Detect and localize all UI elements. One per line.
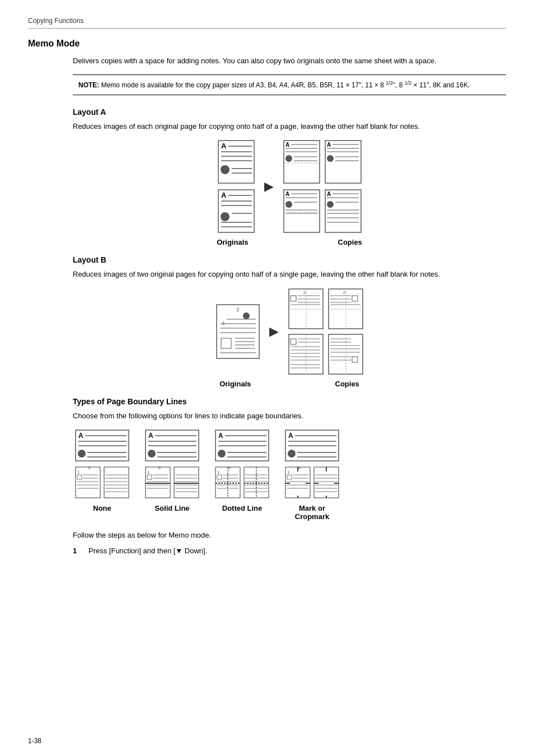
svg-point-191 [288, 450, 296, 458]
layout-b-title: Layout B [73, 255, 506, 264]
svg-point-14 [221, 212, 229, 221]
svg-text:1: 1 [77, 470, 80, 475]
layout-b-description: Reduces images of two original pages for… [73, 269, 506, 280]
svg-rect-207 [314, 467, 339, 498]
svg-rect-87 [291, 339, 296, 344]
svg-text:A: A [285, 191, 289, 197]
layout-a-labels: Originals Copies [217, 238, 362, 246]
svg-text:1: 1 [287, 470, 290, 475]
svg-point-56 [243, 312, 250, 319]
layout-a-copy2b: A [324, 189, 362, 234]
svg-text:2: 2 [343, 290, 345, 295]
svg-text:8: 8 [228, 466, 231, 470]
note-label: NOTE: [78, 81, 99, 89]
layout-b-labels: Originals Copies [219, 380, 359, 388]
svg-rect-70 [291, 296, 296, 301]
svg-text:1: 1 [222, 320, 225, 326]
note-box: NOTE: Memo mode is available for the cop… [73, 74, 506, 95]
svg-point-48 [327, 201, 334, 208]
svg-point-6 [221, 165, 229, 174]
boundary-none-diagram: A 1 8 [73, 429, 132, 502]
svg-text:8: 8 [298, 466, 301, 470]
layout-b-copy1: 2 [288, 288, 324, 330]
layout-a-title: Layout A [73, 108, 506, 116]
boundary-mark-label: Mark or Cropmark [295, 504, 329, 521]
svg-text:1: 1 [217, 470, 220, 475]
svg-text:A: A [218, 432, 223, 440]
svg-rect-150 [174, 467, 199, 498]
boundary-mark-diagram: A 1 8 [283, 429, 341, 502]
boundary-dotted: A 1 8 [213, 429, 271, 521]
svg-text:A: A [327, 191, 331, 197]
svg-rect-125 [104, 467, 129, 498]
svg-point-32 [327, 155, 334, 162]
boundary-mark: A 1 8 [283, 429, 341, 521]
section-title: Memo Mode [28, 39, 506, 49]
svg-point-163 [218, 450, 226, 458]
svg-text:A: A [148, 432, 153, 440]
svg-rect-197 [287, 475, 292, 479]
note-text: Memo mode is available for the copy pape… [101, 81, 470, 89]
step-1-number: 1 [73, 547, 82, 555]
svg-rect-99 [352, 357, 358, 362]
boundary-none-label: None [93, 504, 111, 512]
memo-mode-description: Delivers copies with a space for adding … [73, 55, 506, 67]
layout-a-arrow: ▶ [264, 179, 274, 194]
boundary-title: Types of Page Boundary Lines [73, 397, 506, 406]
layout-b-copies-label: Copies [335, 380, 359, 388]
follow-steps-text: Follow the steps as below for Memo mode. [73, 530, 506, 541]
breadcrumb: Copying Functions [28, 17, 506, 29]
layout-b-originals-label: Originals [219, 380, 251, 388]
boundary-solid-label: Solid Line [154, 504, 189, 512]
boundary-dotted-diagram: A 1 8 [213, 429, 271, 502]
layout-b-copy2: 2 [327, 288, 364, 330]
layout-b-arrow: ▶ [269, 324, 279, 339]
svg-text:A: A [78, 432, 83, 440]
svg-text:1: 1 [147, 470, 150, 475]
boundary-description: Choose from the following options for li… [73, 410, 506, 422]
layout-b-copy3 [288, 333, 324, 375]
boundary-none: A 1 8 [73, 429, 132, 521]
svg-rect-169 [217, 475, 222, 479]
layout-b-copy4 [327, 333, 364, 375]
svg-text:8: 8 [88, 466, 91, 470]
svg-rect-54 [217, 305, 259, 358]
page-number: 1-38 [28, 737, 41, 745]
layout-a-copy1b: A [324, 139, 362, 184]
svg-text:2: 2 [236, 307, 239, 312]
svg-text:A: A [327, 142, 331, 148]
svg-text:A: A [221, 142, 227, 150]
svg-rect-119 [77, 475, 82, 479]
svg-rect-143 [147, 475, 152, 479]
svg-text:A: A [285, 142, 289, 148]
boundary-dotted-label: Dotted Line [222, 504, 263, 512]
layout-b-originals: 2 1 [216, 304, 260, 360]
step-1: 1 Press [Function] and then [▼ Down]. [73, 547, 506, 555]
svg-rect-79 [352, 296, 358, 301]
boundary-types-container: A 1 8 [73, 429, 506, 521]
svg-point-113 [78, 450, 86, 458]
layout-a-copy1: A [283, 139, 321, 184]
svg-point-23 [285, 155, 292, 162]
svg-point-39 [285, 201, 292, 208]
layout-a-copy2: A [283, 189, 321, 234]
layout-a-description: Reduces images of each original page for… [73, 121, 506, 132]
svg-text:8: 8 [158, 466, 161, 470]
layout-a-original2: A [217, 189, 255, 234]
layout-a-originals-label: Originals [217, 238, 248, 246]
layout-a-diagram: A A [73, 139, 506, 246]
layout-b-diagram: 2 1 ▶ [73, 288, 506, 388]
svg-point-137 [148, 450, 156, 458]
svg-text:2: 2 [303, 290, 306, 295]
layout-a-original1: A [217, 139, 255, 184]
svg-text:A: A [221, 191, 227, 199]
boundary-solid: A 1 8 [143, 429, 202, 521]
svg-text:A: A [288, 432, 293, 440]
svg-rect-62 [221, 338, 231, 348]
boundary-solid-diagram: A 1 8 [143, 429, 202, 502]
step-1-text: Press [Function] and then [▼ Down]. [88, 547, 207, 555]
layout-a-copies-label: Copies [338, 238, 362, 246]
